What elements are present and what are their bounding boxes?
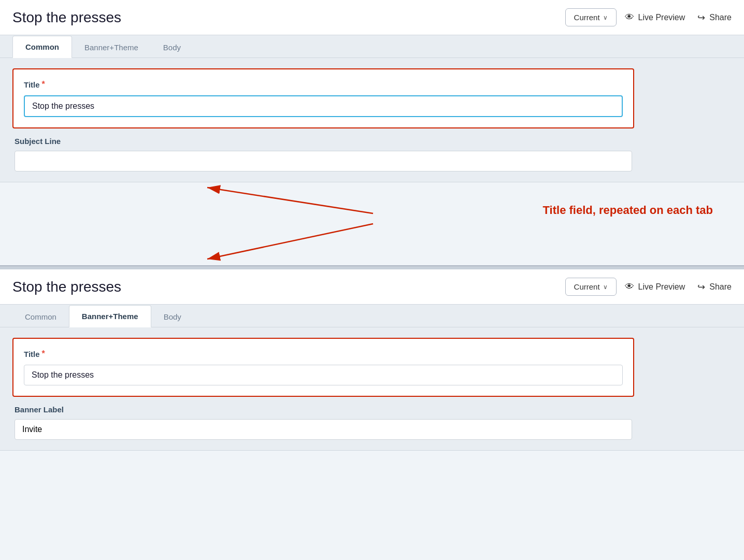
tab-banner-theme-1[interactable]: Banner+Theme <box>72 37 151 58</box>
live-preview-button-1[interactable]: 👁 Live Preview <box>625 12 685 23</box>
title-input-1[interactable] <box>24 95 623 117</box>
content-area-2: Title * Banner Label <box>0 327 744 450</box>
annotation-text: Title field, repeated on each tab <box>543 203 713 218</box>
panel-1: Stop the presses Current ∨ 👁 Live Previe… <box>0 0 744 182</box>
subject-line-input-1[interactable] <box>15 151 632 171</box>
share-icon-2: ↪ <box>697 281 705 293</box>
tabs-bar-1: Common Banner+Theme Body <box>0 35 744 58</box>
current-dropdown-1[interactable]: Current ∨ <box>565 8 617 26</box>
header-actions-2: 👁 Live Preview ↪ Share <box>625 281 732 293</box>
header-2: Stop the presses Current ∨ 👁 Live Previe… <box>0 269 744 305</box>
live-preview-button-2[interactable]: 👁 Live Preview <box>625 281 685 292</box>
title-field-label-1: Title * <box>24 80 623 89</box>
banner-label-input[interactable] <box>15 419 632 440</box>
panel-2: Stop the presses Current ∨ 👁 Live Previe… <box>0 269 744 451</box>
required-star-2: * <box>42 349 45 358</box>
banner-label-field-label: Banner Label <box>15 405 632 414</box>
chevron-down-icon-2: ∨ <box>603 283 608 291</box>
title-field-label-2: Title * <box>24 349 623 358</box>
tab-common-1[interactable]: Common <box>12 36 72 58</box>
tab-body-1[interactable]: Body <box>151 37 193 58</box>
share-icon-1: ↪ <box>697 12 705 23</box>
title-card-1: Title * <box>12 68 634 128</box>
form-section-1: Title * Subject Line <box>12 68 634 171</box>
annotation-area: Title field, repeated on each tab <box>0 182 744 265</box>
eye-icon-2: 👁 <box>625 281 634 292</box>
required-star-1: * <box>42 80 45 89</box>
svg-line-2 <box>207 188 373 213</box>
header-1: Stop the presses Current ∨ 👁 Live Previe… <box>0 0 744 35</box>
tab-common-2[interactable]: Common <box>12 306 69 327</box>
subject-section-1: Subject Line <box>12 137 634 171</box>
share-button-1[interactable]: ↪ Share <box>697 12 732 23</box>
tab-body-2[interactable]: Body <box>151 306 194 327</box>
title-card-2: Title * <box>12 338 634 397</box>
annotation-arrows-svg <box>0 182 744 265</box>
content-area-1: Title * Subject Line <box>0 58 744 182</box>
page-title-1: Stop the presses <box>12 9 557 26</box>
share-button-2[interactable]: ↪ Share <box>697 281 732 293</box>
page-title-2: Stop the presses <box>12 279 557 295</box>
subject-line-label-1: Subject Line <box>15 137 632 146</box>
tab-banner-theme-2[interactable]: Banner+Theme <box>69 305 151 327</box>
title-input-2[interactable] <box>24 365 623 385</box>
tabs-bar-2: Common Banner+Theme Body <box>0 305 744 327</box>
header-actions-1: 👁 Live Preview ↪ Share <box>625 12 732 23</box>
form-section-2: Title * Banner Label <box>12 338 634 440</box>
banner-label-section: Banner Label <box>12 405 634 440</box>
eye-icon-1: 👁 <box>625 12 634 23</box>
current-dropdown-2[interactable]: Current ∨ <box>565 278 617 296</box>
panel-divider <box>0 265 744 269</box>
chevron-down-icon-1: ∨ <box>603 14 608 21</box>
svg-line-3 <box>207 224 373 259</box>
